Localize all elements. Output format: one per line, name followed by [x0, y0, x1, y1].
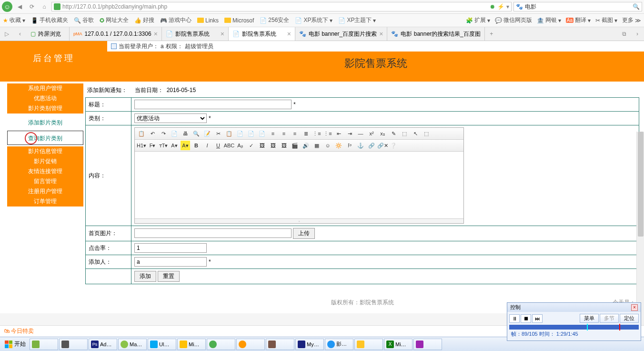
close-icon[interactable]: ×: [154, 30, 158, 38]
editor-tool[interactable]: ≡: [290, 129, 300, 138]
editor-tool[interactable]: 🖼: [268, 141, 278, 150]
sidebar-item-users[interactable]: 系统用户管理: [7, 83, 83, 93]
tab-phpmyadmin[interactable]: pMA127.0.0.1 / 127.0.0.1:3306×: [70, 27, 162, 41]
task-item[interactable]: Mi…: [177, 339, 206, 350]
tab-baidu-search[interactable]: 🐾电影 banner的搜索结果_百度图: [387, 27, 484, 41]
bookmark-item[interactable]: 📄256安全: [260, 16, 289, 24]
editor-tool[interactable]: 🎬: [290, 141, 300, 150]
more-button[interactable]: 更多 ≫: [622, 16, 641, 24]
favorites-button[interactable]: ★收藏 ▾: [3, 16, 25, 24]
task-item[interactable]: PsAd…: [89, 339, 117, 350]
task-item[interactable]: 影…: [325, 339, 353, 350]
image-input[interactable]: [134, 228, 292, 238]
locate-button[interactable]: 定位: [620, 314, 639, 323]
editor-tool[interactable]: 🏳: [345, 141, 354, 150]
task-item[interactable]: Ul…: [148, 339, 176, 350]
search-icon[interactable]: 🔍: [633, 3, 640, 10]
editor-tool[interactable]: ☺: [323, 141, 332, 150]
url-bar[interactable]: http://127.0.0.1/phpb2cdianying/main.php…: [51, 2, 512, 11]
editor-tool[interactable]: H1▾: [137, 141, 146, 150]
editor-tool[interactable]: ≡: [268, 129, 278, 138]
editor-tool[interactable]: 📄: [246, 129, 256, 138]
close-icon[interactable]: ×: [221, 30, 224, 38]
sidebar-sub-query-category[interactable]: 查询影片类别: [7, 131, 83, 145]
home-button[interactable]: ⌂: [39, 1, 50, 12]
task-item[interactable]: My…: [295, 339, 324, 350]
profile-avatar[interactable]: ☺: [2, 1, 12, 12]
tab-cinema-2[interactable]: 📄影院售票系统×: [229, 27, 295, 41]
editor-tool[interactable]: I: [202, 141, 212, 150]
editor-tool[interactable]: ↖: [411, 129, 420, 138]
task-item[interactable]: Ma…: [118, 339, 147, 350]
task-item[interactable]: [413, 339, 442, 350]
bookmark-item[interactable]: 🔍谷歌: [74, 16, 94, 24]
new-tab-button[interactable]: +: [485, 27, 498, 41]
task-item[interactable]: [236, 339, 265, 350]
task-item[interactable]: XMi…: [384, 339, 413, 350]
sidebar-item-promo[interactable]: 优惠活动: [7, 93, 83, 103]
menu-button[interactable]: 菜单: [580, 314, 599, 323]
extensions-button[interactable]: 🧩扩展 ▾: [466, 16, 490, 24]
editor-tool[interactable]: ᴛT▾: [159, 141, 168, 150]
close-icon[interactable]: ×: [287, 30, 291, 38]
editor-tool[interactable]: ⋮≡: [323, 129, 332, 138]
editor-tool[interactable]: ABC: [224, 141, 234, 150]
editor-tool[interactable]: A▾: [170, 141, 179, 150]
editor-tool[interactable]: ✂: [213, 129, 223, 138]
editor-tool[interactable]: ✓: [246, 141, 256, 150]
tab-restore-button[interactable]: ⧉: [617, 27, 631, 41]
bookmark-item[interactable]: 📄XP系统下 ▾: [295, 16, 332, 24]
editor-tool[interactable]: ↷: [159, 129, 168, 138]
close-icon[interactable]: ×: [631, 304, 638, 311]
editor-tool[interactable]: 📄: [257, 129, 267, 138]
title-input[interactable]: [134, 100, 292, 109]
flash-icon[interactable]: ⚡: [497, 3, 504, 10]
tab-cinema-1[interactable]: 📄影院售票系统×: [162, 27, 229, 41]
editor-tool[interactable]: ≣: [301, 129, 311, 138]
tab-history-button[interactable]: ▷: [0, 27, 13, 41]
submit-button[interactable]: 添加: [134, 271, 156, 282]
editor-tool[interactable]: ⇥: [345, 129, 354, 138]
reset-button[interactable]: 重置: [158, 271, 180, 282]
control-title-bar[interactable]: 控制 ×: [507, 303, 641, 312]
hits-input[interactable]: [134, 243, 207, 253]
editor-resize-handle[interactable]: ◦: [135, 218, 463, 223]
editor-tool[interactable]: ≡: [279, 129, 289, 138]
editor-tool[interactable]: 🖼: [257, 141, 267, 150]
start-button[interactable]: 开始: [2, 339, 29, 349]
translate-button[interactable]: Aa翻译 ▾: [566, 16, 591, 24]
editor-tool[interactable]: Aᵦ: [235, 141, 245, 150]
editor-tool[interactable]: A▾: [181, 141, 190, 150]
editor-tool[interactable]: ✎: [389, 129, 398, 138]
task-item[interactable]: [266, 339, 294, 350]
camera-icon[interactable]: ⏺: [490, 3, 495, 10]
close-icon[interactable]: ×: [379, 30, 383, 38]
url-dropdown-icon[interactable]: ▾: [506, 3, 509, 10]
screenshot-button[interactable]: ✂截图 ▾: [595, 16, 617, 24]
search-bar[interactable]: 🐾 电影 🔍: [513, 2, 642, 11]
timeline[interactable]: [509, 325, 639, 330]
editor-tool[interactable]: 📝: [202, 129, 212, 138]
task-item[interactable]: [59, 339, 88, 350]
reload-button[interactable]: ⟳: [27, 1, 37, 12]
category-select[interactable]: 优惠活动: [134, 114, 207, 123]
editor-body[interactable]: [135, 152, 463, 218]
editor-tool[interactable]: 📄: [170, 129, 179, 138]
editor-tool[interactable]: ⬚: [422, 129, 431, 138]
tab-cross-screen[interactable]: ▢跨屏浏览: [27, 27, 70, 41]
editor-tool[interactable]: 🔊: [301, 141, 311, 150]
editor-tool[interactable]: 📋: [137, 129, 146, 138]
sidebar-sub-add-category[interactable]: 添加影片类别: [7, 115, 83, 129]
editor-tool[interactable]: x₂: [378, 129, 387, 138]
editor-tool[interactable]: ↶: [148, 129, 157, 138]
editor-tool[interactable]: —: [356, 129, 365, 138]
editor-tool[interactable]: 🖶: [181, 129, 190, 138]
sidebar-item-category[interactable]: 影片类别管理: [7, 103, 83, 114]
sidebar-item-orders[interactable]: 订单管理: [7, 196, 83, 206]
tab-scroll-right[interactable]: ›: [631, 27, 644, 41]
bookmark-item[interactable]: 📄XP主题下 ▾: [338, 16, 376, 24]
bookmark-item[interactable]: 📱手机收藏夹: [31, 16, 68, 24]
editor-tool[interactable]: ⚓: [356, 141, 365, 150]
adder-input[interactable]: [134, 257, 207, 267]
bookmark-item[interactable]: Links: [197, 17, 219, 24]
